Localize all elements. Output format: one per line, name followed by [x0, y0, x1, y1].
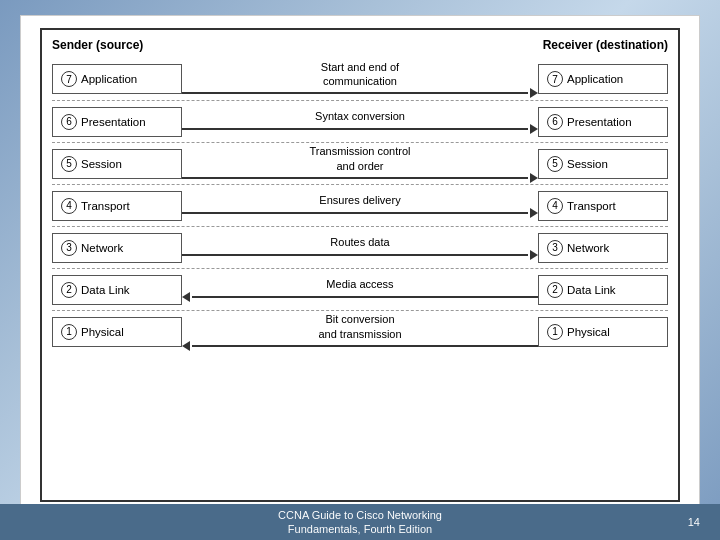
receiver-label: Receiver (destination) [543, 38, 668, 52]
layer-num-right-5: 5 [547, 156, 563, 172]
layer-name-left-4: Transport [81, 200, 130, 212]
layer-name-left-7: Application [81, 73, 137, 85]
left-layer-box-6: 6Presentation [52, 107, 182, 137]
arrow-line [182, 177, 528, 179]
desc-text-3: Routes data [326, 235, 393, 249]
layer-name-right-5: Session [567, 158, 608, 170]
osi-row: 5SessionTransmission controland order 5S… [52, 142, 668, 184]
right-arrow-head [530, 250, 538, 260]
footer-page: 14 [680, 516, 700, 528]
osi-row: 2Data LinkMedia access 2Data Link [52, 268, 668, 310]
right-layer-box-4: 4Transport [538, 191, 668, 221]
arrow-7 [182, 88, 538, 98]
desc-text-6: Syntax conversion [311, 109, 409, 123]
footer-text: CCNA Guide to Cisco Networking Fundament… [40, 508, 680, 537]
arrow-5 [182, 173, 538, 183]
layer-num-right-7: 7 [547, 71, 563, 87]
desc-text-5: Transmission controland order [305, 144, 414, 173]
layer-name-left-5: Session [81, 158, 122, 170]
right-arrow-head [530, 173, 538, 183]
osi-row: 1PhysicalBit conversionand transmission … [52, 310, 668, 352]
right-layer-box-7: 7Application [538, 64, 668, 94]
arrow-4 [182, 208, 538, 218]
desc-text-4: Ensures delivery [315, 193, 404, 207]
layer-name-right-2: Data Link [567, 284, 616, 296]
layer-name-right-7: Application [567, 73, 623, 85]
arrow-line [182, 254, 528, 256]
layer-num-left-1: 1 [61, 324, 77, 340]
layer-num-right-4: 4 [547, 198, 563, 214]
layer-num-left-7: 7 [61, 71, 77, 87]
arrow-2 [182, 292, 538, 302]
layer-num-left-5: 5 [61, 156, 77, 172]
layer-name-left-2: Data Link [81, 284, 130, 296]
left-layer-box-7: 7Application [52, 64, 182, 94]
desc-text-1: Bit conversionand transmission [314, 312, 405, 341]
right-layer-box-3: 3Network [538, 233, 668, 263]
desc-text-7: Start and end ofcommunication [317, 60, 403, 89]
sender-label: Sender (source) [52, 38, 143, 52]
layer-num-right-1: 1 [547, 324, 563, 340]
arrow-line [182, 212, 528, 214]
osi-row: 7ApplicationStart and end ofcommunicatio… [52, 58, 668, 100]
right-layer-box-2: 2Data Link [538, 275, 668, 305]
left-layer-box-4: 4Transport [52, 191, 182, 221]
arrow-6 [182, 124, 538, 134]
layer-num-right-6: 6 [547, 114, 563, 130]
layer-num-left-6: 6 [61, 114, 77, 130]
diagram-header: Sender (source) Receiver (destination) [52, 38, 668, 52]
footer-line1: CCNA Guide to Cisco Networking [278, 509, 442, 521]
middle-section: Syntax conversion [182, 109, 538, 133]
middle-section: Media access [182, 277, 538, 301]
left-layer-box-1: 1Physical [52, 317, 182, 347]
left-layer-box-3: 3Network [52, 233, 182, 263]
layer-name-right-6: Presentation [567, 116, 632, 128]
osi-row: 6PresentationSyntax conversion 6Presenta… [52, 100, 668, 142]
layer-name-left-1: Physical [81, 326, 124, 338]
desc-text-2: Media access [322, 277, 397, 291]
slide-container: Sender (source) Receiver (destination) 7… [20, 15, 700, 525]
left-arrow-head [182, 341, 190, 351]
right-layer-box-5: 5Session [538, 149, 668, 179]
right-arrow-head [530, 88, 538, 98]
left-arrow-head [182, 292, 190, 302]
arrow-1 [182, 341, 538, 351]
right-layer-box-6: 6Presentation [538, 107, 668, 137]
middle-section: Bit conversionand transmission [182, 312, 538, 351]
layer-name-right-4: Transport [567, 200, 616, 212]
osi-row: 4TransportEnsures delivery 4Transport [52, 184, 668, 226]
layer-name-right-1: Physical [567, 326, 610, 338]
left-layer-box-5: 5Session [52, 149, 182, 179]
middle-section: Start and end ofcommunication [182, 60, 538, 99]
layer-num-right-3: 3 [547, 240, 563, 256]
layer-name-right-3: Network [567, 242, 609, 254]
right-layer-box-1: 1Physical [538, 317, 668, 347]
layer-num-left-2: 2 [61, 282, 77, 298]
footer-line2: Fundamentals, Fourth Edition [288, 523, 432, 535]
osi-rows: 7ApplicationStart and end ofcommunicatio… [52, 58, 668, 352]
diagram-area: Sender (source) Receiver (destination) 7… [40, 28, 680, 502]
right-arrow-head [530, 124, 538, 134]
arrow-line [182, 92, 528, 94]
right-arrow-head [530, 208, 538, 218]
arrow-3 [182, 250, 538, 260]
layer-name-left-3: Network [81, 242, 123, 254]
layer-num-right-2: 2 [547, 282, 563, 298]
arrow-line [182, 128, 528, 130]
middle-section: Transmission controland order [182, 144, 538, 183]
middle-section: Ensures delivery [182, 193, 538, 217]
osi-row: 3NetworkRoutes data 3Network [52, 226, 668, 268]
arrow-line [192, 345, 538, 347]
middle-section: Routes data [182, 235, 538, 259]
arrow-line [192, 296, 538, 298]
layer-name-left-6: Presentation [81, 116, 146, 128]
footer-bar: CCNA Guide to Cisco Networking Fundament… [0, 504, 720, 540]
left-layer-box-2: 2Data Link [52, 275, 182, 305]
layer-num-left-4: 4 [61, 198, 77, 214]
layer-num-left-3: 3 [61, 240, 77, 256]
